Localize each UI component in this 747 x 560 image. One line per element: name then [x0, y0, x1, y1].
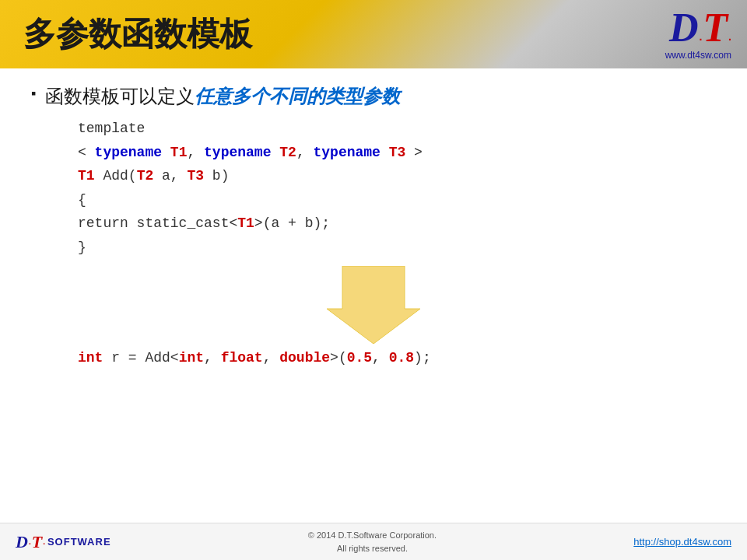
- bottom-int: int: [78, 350, 103, 366]
- footer-link[interactable]: http://shop.dt4sw.com: [633, 536, 731, 548]
- footer: D . T . Software © 2014 D.T.Software Cor…: [0, 523, 747, 560]
- slide: 多参数函数模板 D . T . www.dt4sw.com ▪ 函数模板可以定义…: [0, 0, 747, 560]
- slide-title: 多参数函数模板: [23, 12, 252, 56]
- code-line-4: {: [78, 188, 716, 212]
- bottom-rest1: r = Add<: [103, 350, 178, 366]
- footer-logo-dot1: .: [29, 537, 31, 546]
- logo-d: D: [669, 8, 699, 48]
- bottom-val1: 0.5: [347, 350, 372, 366]
- footer-logo: D . T . Software: [16, 532, 111, 552]
- bottom-float: float: [221, 350, 263, 366]
- code-line-6: }: [78, 236, 716, 260]
- bottom-val2: 0.8: [389, 350, 414, 366]
- bottom-sep: ,: [372, 350, 389, 366]
- logo-t: T: [703, 8, 728, 48]
- bottom-code-line: int r = Add<int, float, double>(0.5, 0.8…: [78, 350, 716, 366]
- header: 多参数函数模板 D . T . www.dt4sw.com: [0, 0, 747, 68]
- footer-copyright: © 2014 D.T.Software Corporation. All rig…: [308, 529, 437, 555]
- code-line-5: return static_cast<T1>(a + b);: [78, 212, 716, 236]
- down-arrow-icon: [327, 266, 420, 344]
- content-area: ▪ 函数模板可以定义任意多个不同的类型参数 template < typenam…: [0, 68, 747, 523]
- logo-dot1: .: [699, 31, 702, 42]
- svg-marker-0: [327, 266, 420, 344]
- footer-logo-d: D: [16, 532, 28, 552]
- logo-area: D . T . www.dt4sw.com: [665, 8, 731, 61]
- bullet-text-normal: 函数模板可以定义: [45, 86, 195, 107]
- code-line-2: < typename T1, typename T2, typename T3 …: [78, 141, 716, 165]
- footer-logo-software: Software: [47, 536, 111, 548]
- bottom-rest2: ,: [204, 350, 221, 366]
- footer-logo-dot2: .: [43, 537, 45, 546]
- code-line-1: template: [78, 117, 716, 141]
- code-block: template < typename T1, typename T2, typ…: [78, 117, 716, 260]
- footer-logo-t: T: [32, 532, 42, 552]
- bullet-text-highlight: 任意多个不同的类型参数: [195, 86, 400, 107]
- bottom-rest3: ,: [263, 350, 280, 366]
- bullet-text: 函数模板可以定义任意多个不同的类型参数: [45, 84, 400, 109]
- bottom-end: );: [414, 350, 431, 366]
- code-line-3: T1 Add(T2 a, T3 b): [78, 164, 716, 188]
- logo-url: www.dt4sw.com: [665, 50, 731, 61]
- bullet-section: ▪ 函数模板可以定义任意多个不同的类型参数: [31, 84, 716, 109]
- bottom-int2: int: [179, 350, 204, 366]
- bullet-marker: ▪: [31, 86, 36, 102]
- logo-dot2: .: [728, 31, 731, 42]
- bottom-double: double: [279, 350, 330, 366]
- logo: D . T .: [669, 8, 731, 48]
- arrow-container: [31, 266, 716, 344]
- bottom-rest4: >(: [330, 350, 347, 366]
